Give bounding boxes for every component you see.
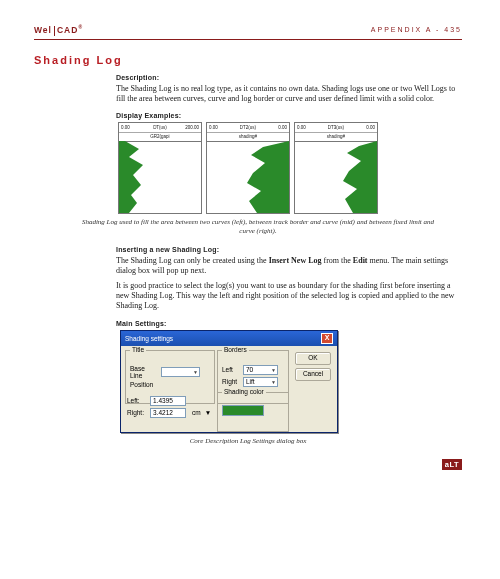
t1-scale-right: 200.00 [185, 125, 199, 130]
chevron-down-icon: ▼ [271, 379, 276, 385]
section-main-settings-heading: Main Settings: [116, 320, 462, 327]
right-label: Right: [127, 409, 147, 416]
section-examples-heading: Display Examples: [116, 112, 462, 119]
insert-p1: The Shading Log can only be created usin… [116, 256, 462, 276]
border-left-label: Left [222, 366, 240, 373]
title-group-label: Title [130, 346, 146, 353]
border-right-select[interactable]: Lift▼ [243, 377, 278, 387]
shading-settings-dialog: Shading settings X Title Base Line▼ Posi… [120, 330, 338, 433]
t2-scale-left: 0.00 [209, 125, 223, 130]
t3-shading: shading# [311, 134, 361, 139]
shading-limit-curve [337, 141, 377, 213]
border-left-select[interactable]: 70▼ [243, 365, 278, 375]
ok-button[interactable]: OK [295, 352, 331, 365]
brand-right: CAD [57, 25, 78, 35]
svg-marker-1 [247, 141, 289, 213]
t2-scale-right: 0.00 [273, 125, 287, 130]
shading-color-label: Shading color [222, 388, 266, 395]
examples-caption: Shading Log used to fill the area betwee… [74, 218, 442, 236]
edit-menu-ref: Edit [353, 256, 368, 265]
dialog-title: Shading settings [125, 335, 173, 342]
shading-border-curve [245, 141, 289, 213]
position-label: Position [130, 381, 158, 388]
unit-label: cm [192, 409, 201, 416]
page-title: Shading Log [34, 54, 462, 66]
t1-curve-2: GR2(gapi [135, 134, 185, 139]
chevron-down-icon: ▼ [271, 367, 276, 373]
close-icon[interactable]: X [321, 333, 333, 344]
left-label: Left: [127, 397, 147, 404]
brand: WelCAD® [34, 24, 83, 36]
brand-left: Wel [34, 25, 52, 35]
t1-scale-left: 0.00 [121, 125, 135, 130]
footer-logo: aLT [442, 459, 462, 470]
t3-scale-right: 0.00 [361, 125, 375, 130]
t3-scale-left: 0.00 [297, 125, 311, 130]
track-1: 0.00DT(us)200.00 GR2(gapi [118, 122, 202, 214]
dialog-caption: Core Description Log Settings dialog box [34, 437, 462, 446]
shading-between-curves [119, 141, 157, 213]
borders-group-label: Borders [222, 346, 249, 353]
right-input[interactable]: 3.4212 [150, 408, 186, 418]
track-2: 0.00DT2(us)0.00 shading# [206, 122, 290, 214]
insert-p2: It is good practice to select the log(s)… [116, 281, 462, 312]
t2-shading: shading# [223, 134, 273, 139]
trademark: ® [78, 24, 83, 30]
left-input[interactable]: 1.4395 [150, 396, 186, 406]
t2-curve: DT2(us) [223, 125, 273, 130]
baseline-label: Base Line [130, 365, 158, 379]
svg-marker-2 [343, 141, 377, 213]
chevron-down-icon: ▼ [193, 369, 198, 375]
border-right-label: Right [222, 378, 240, 385]
baseline-select[interactable]: ▼ [161, 367, 200, 377]
display-examples-figure: 0.00DT(us)200.00 GR2(gapi 0.00DT2(us)0.0… [118, 122, 378, 214]
insert-new-log-ref: Insert New Log [269, 256, 322, 265]
track-3: 0.00DT3(us)0.00 shading# [294, 122, 378, 214]
svg-marker-0 [119, 141, 143, 213]
t1-curve-1: DT(us) [135, 125, 185, 130]
section-insert-heading: Inserting a new Shading Log: [116, 246, 462, 253]
description-text: The Shading Log is no real log type, as … [116, 84, 462, 104]
appendix-label: APPENDIX A - 435 [371, 26, 462, 33]
shading-color-swatch[interactable] [222, 405, 264, 416]
cancel-button[interactable]: Cancel [295, 368, 331, 381]
shading-color-group: Shading color [217, 392, 289, 432]
section-description-heading: Description: [116, 74, 462, 81]
t3-curve: DT3(us) [311, 125, 361, 130]
chevron-down-icon: ▼ [205, 409, 211, 416]
